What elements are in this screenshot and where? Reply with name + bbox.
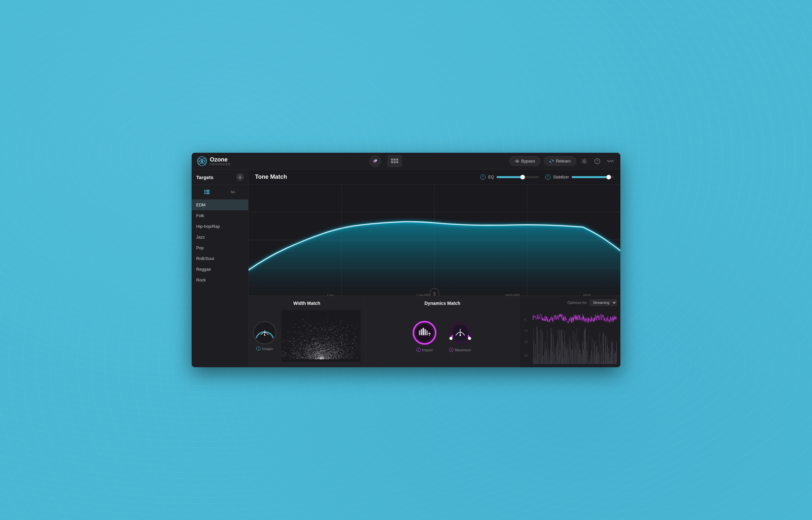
impact-label-text: Impact <box>422 348 432 352</box>
app-subtitle: ADVANCED <box>210 162 231 166</box>
grid-icon <box>391 159 398 164</box>
streaming-panel: Optimize for: Streaming CD Vinyl <box>520 296 620 367</box>
svg-point-3 <box>201 160 203 162</box>
list-item-pop[interactable]: Pop <box>192 242 248 253</box>
svg-rect-9 <box>394 159 396 160</box>
imager-knob[interactable] <box>253 321 276 344</box>
svg-rect-43 <box>421 329 422 335</box>
tone-match-title: Tone Match <box>255 174 287 180</box>
list-item-rnb[interactable]: RnB/Soul <box>192 253 248 264</box>
eq-chart: S Low Low-Mid High-Mid High <box>249 184 620 296</box>
svg-rect-23 <box>206 191 209 192</box>
help-button[interactable]: ? <box>592 156 602 166</box>
svg-text:S: S <box>433 291 436 296</box>
imager-info-icon[interactable]: i <box>256 346 260 351</box>
relearn-button[interactable]: Relearn <box>544 156 576 166</box>
svg-rect-21 <box>206 190 209 191</box>
list-item-jazz[interactable]: Jazz <box>192 232 248 242</box>
stabilizer-info-icon[interactable]: i <box>545 175 551 180</box>
svg-rect-20 <box>204 190 205 191</box>
stereo-canvas <box>282 310 361 362</box>
item-label: Hip-hop/Rap <box>196 224 220 229</box>
svg-rect-15 <box>517 160 518 163</box>
waveform-display <box>523 308 617 364</box>
maximizer-label-text: Maximizer <box>455 348 471 352</box>
svg-point-7 <box>375 160 377 161</box>
bypass-icon <box>515 159 520 163</box>
svg-point-50 <box>468 337 471 340</box>
dynamics-content: i Impact <box>370 309 515 363</box>
svg-rect-11 <box>391 161 393 163</box>
header: Ozone ADVANCED <box>192 153 620 170</box>
streaming-select[interactable]: Streaming CD Vinyl <box>589 299 617 306</box>
right-panel: Tone Match i EQ i Stabilizer <box>249 170 620 367</box>
relearn-icon <box>549 159 554 163</box>
bypass-button[interactable]: Bypass <box>509 156 541 166</box>
wave-button[interactable] <box>606 156 615 166</box>
svg-rect-45 <box>424 329 426 335</box>
list-item-rock[interactable]: Rock <box>192 275 248 285</box>
grid-view-button[interactable] <box>388 155 402 167</box>
svg-rect-16 <box>518 160 519 162</box>
imager-label-text: Imager <box>262 347 273 351</box>
eq-control: i EQ <box>480 175 538 180</box>
item-label: Pop <box>196 245 204 250</box>
bypass-label: Bypass <box>521 159 535 163</box>
maximizer-knob-svg <box>447 319 473 346</box>
svg-rect-25 <box>206 193 209 194</box>
list-item-edm[interactable]: EDM <box>192 200 248 210</box>
item-label: Rock <box>196 278 206 282</box>
item-label: RnB/Soul <box>196 256 214 261</box>
svg-rect-46 <box>426 330 428 335</box>
header-right: Bypass Relearn ? <box>509 156 615 166</box>
maximizer-knob[interactable] <box>447 320 473 346</box>
item-label: EDM <box>196 203 205 207</box>
relearn-label: Relearn <box>556 159 571 163</box>
maximizer-info-icon[interactable]: i <box>449 348 453 352</box>
svg-rect-14 <box>515 160 516 162</box>
settings-icon <box>581 158 587 164</box>
bottom-section: Width Match <box>249 296 620 367</box>
width-match-title: Width Match <box>253 301 361 306</box>
item-label: Folk <box>196 213 204 218</box>
wave-icon <box>607 159 614 163</box>
impact-info-icon[interactable]: i <box>416 348 421 352</box>
targets-list: EDM Folk Hip-hop/Rap Jazz Pop RnB/Soul <box>192 200 248 367</box>
svg-point-53 <box>459 334 461 336</box>
svg-rect-8 <box>391 159 393 160</box>
stabilizer-slider[interactable] <box>572 176 614 178</box>
tone-match-header: Tone Match i EQ i Stabilizer <box>249 170 620 184</box>
svg-rect-24 <box>204 193 205 194</box>
help-icon: ? <box>594 158 600 164</box>
main-content: Targets + <box>192 170 620 367</box>
imager-knob-svg <box>254 321 275 344</box>
app-window: Ozone ADVANCED <box>192 153 620 367</box>
streaming-header: Optimize for: Streaming CD Vinyl <box>523 299 617 306</box>
waveform-view-tab[interactable] <box>228 187 239 197</box>
optimize-label: Optimize for: <box>567 301 588 305</box>
svg-rect-22 <box>204 191 205 192</box>
waveform-canvas <box>523 308 617 364</box>
impact-knob[interactable] <box>412 320 438 346</box>
settings-button[interactable] <box>580 156 589 166</box>
list-view-tab[interactable] <box>202 187 212 197</box>
svg-point-49 <box>450 337 453 340</box>
stabilizer-label: Stabilizer <box>553 175 569 179</box>
spectrum-button[interactable] <box>369 155 381 167</box>
list-item-reggae[interactable]: Reggae <box>192 264 248 275</box>
svg-rect-42 <box>419 330 420 335</box>
eq-info-icon[interactable]: i <box>480 175 485 180</box>
item-label: Reggae <box>196 267 211 272</box>
eq-slider[interactable] <box>497 176 539 178</box>
list-item-folk[interactable]: Folk <box>192 210 248 221</box>
add-target-button[interactable]: + <box>236 174 244 181</box>
svg-rect-44 <box>423 328 424 335</box>
imager-label: i Imager <box>256 346 273 351</box>
eq-controls: i EQ i Stabilizer <box>480 175 614 180</box>
list-item-hiphop[interactable]: Hip-hop/Rap <box>192 221 248 232</box>
tone-match-section: Tone Match i EQ i Stabilizer <box>249 170 620 296</box>
svg-text:?: ? <box>596 160 598 163</box>
waveform-tab-icon <box>231 190 236 194</box>
item-label: Jazz <box>196 235 205 239</box>
app-title: Ozone <box>210 157 231 162</box>
